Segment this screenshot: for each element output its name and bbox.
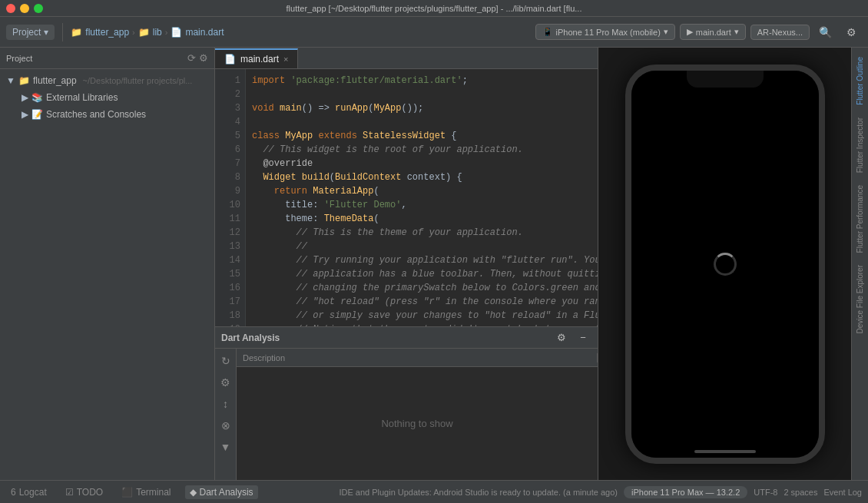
library-icon: 📚	[31, 92, 43, 103]
todo-icon: ☑	[65, 487, 74, 498]
warning-icon[interactable]: ▼	[217, 438, 235, 456]
filter-icon[interactable]: ⚙	[217, 373, 235, 392]
close-button[interactable]	[6, 4, 15, 13]
dart-analysis-close-button[interactable]: −	[575, 329, 591, 346]
run-config-label: main.dart	[696, 28, 731, 37]
dart-analysis-title: Dart Analysis	[221, 333, 280, 343]
todo-tab[interactable]: ☑ TODO	[61, 485, 108, 499]
breadcrumb-icon-folder2: 📁	[138, 27, 150, 38]
editor-tabs: 📄 main.dart ×	[215, 48, 598, 69]
play-icon: ▶	[687, 27, 693, 37]
ar-device-label: AR-Nexus...	[757, 28, 803, 37]
indent-label: 2 spaces	[784, 488, 817, 497]
right-tabs: Flutter Outline Flutter Inspector Flutte…	[851, 48, 868, 480]
bottom-info-bar: 6 Logcat ☑ TODO ⬛ Terminal ◆ Dart Analys…	[0, 480, 868, 503]
flutter-outline-tab[interactable]: Flutter Outline	[853, 51, 866, 111]
code-editor[interactable]: 1 2 3 4 5 6 7 8 9 10 11 12 13 14 15 16 1	[215, 69, 598, 326]
breadcrumb-icon-file: 📄	[171, 27, 182, 38]
empty-message: Nothing to show	[237, 367, 598, 480]
sidebar: Project ⟳ ⚙ ▼ 📁 flutter_app ~/Desktop/fl…	[0, 48, 215, 480]
status-right: IDE and Plugin Updates: Android Studio i…	[339, 486, 862, 498]
tab-close-icon[interactable]: ×	[283, 55, 288, 64]
dart-analysis-bottom-icon: ◆	[190, 487, 197, 498]
dart-analysis-sidebar: ↻ ⚙ ↕ ⊗ ▼	[215, 349, 237, 480]
phone-screen	[631, 71, 819, 458]
chevron-down-icon2: ▾	[664, 27, 668, 37]
expand-arrow-icon: ▼	[6, 75, 15, 86]
expand-arrow-icon3: ▶	[22, 109, 28, 120]
sidebar-header-icons: ⟳ ⚙	[187, 52, 208, 64]
toolbar-separator	[62, 23, 63, 41]
device-file-explorer-tab[interactable]: Device File Explorer	[853, 259, 866, 339]
loading-spinner	[714, 253, 737, 276]
status-message: IDE and Plugin Updates: Android Studio i…	[339, 488, 618, 497]
expand-arrow-icon2: ▶	[22, 92, 28, 103]
folder-icon: 📁	[18, 75, 30, 86]
settings-icon[interactable]: ⚙	[199, 52, 208, 64]
dart-analysis-bottom-tab[interactable]: ◆ Dart Analysis	[185, 485, 258, 499]
refresh-icon[interactable]: ↻	[217, 352, 235, 370]
dart-analysis-body: ↻ ⚙ ↕ ⊗ ▼ Description Nothing to show	[215, 349, 598, 480]
logcat-label: Logcat	[19, 487, 47, 498]
title-bar: flutter_app [~/Desktop/flutter projects/…	[0, 0, 868, 17]
chevron-down-icon3: ▾	[734, 27, 739, 37]
sidebar-header: Project ⟳ ⚙	[0, 48, 214, 69]
dart-analysis-options-button[interactable]: ⚙	[553, 329, 570, 346]
sort-icon[interactable]: ↕	[217, 395, 235, 413]
breadcrumb-flutter-app[interactable]: flutter_app	[85, 27, 129, 38]
logcat-tab[interactable]: 6 Logcat	[6, 485, 51, 499]
run-config[interactable]: ▶ main.dart ▾	[680, 24, 746, 40]
dart-file-icon: 📄	[224, 54, 236, 65]
phone-panel	[598, 48, 851, 480]
sync-icon[interactable]: ⟳	[187, 52, 196, 64]
dart-analysis-bottom-label: Dart Analysis	[200, 487, 253, 498]
terminal-tab[interactable]: ⬛ Terminal	[117, 485, 175, 499]
code-content[interactable]: import 'package:flutter/material.dart'; …	[246, 69, 598, 326]
sidebar-item-scratches-consoles[interactable]: ▶ 📝 Scratches and Consoles	[0, 106, 214, 123]
sidebar-title: Project	[6, 54, 32, 63]
terminal-icon: ⬛	[121, 487, 133, 498]
description-col-header: Description	[237, 353, 598, 362]
dart-analysis-main: Description Nothing to show	[237, 349, 598, 480]
terminal-label: Terminal	[136, 487, 171, 498]
chevron-down-icon: ▾	[44, 27, 48, 38]
logcat-icon: 6	[11, 487, 16, 498]
tab-main-dart[interactable]: 📄 main.dart ×	[215, 48, 298, 68]
project-menu[interactable]: Project ▾	[6, 25, 55, 40]
sidebar-item-flutter-app[interactable]: ▼ 📁 flutter_app ~/Desktop/flutter projec…	[0, 72, 214, 89]
toolbar-right: 📱 iPhone 11 Pro Max (mobile) ▾ ▶ main.da…	[535, 22, 863, 43]
phone-notch	[687, 71, 764, 88]
device-selector[interactable]: 📱 iPhone 11 Pro Max (mobile) ▾	[535, 24, 675, 40]
breadcrumb-lib[interactable]: lib	[153, 27, 162, 38]
toolbar: Project ▾ 📁 flutter_app › 📁 lib › 📄 main…	[0, 17, 868, 48]
maximize-button[interactable]	[34, 4, 43, 13]
flutter-inspector-tab[interactable]: Flutter Inspector	[853, 111, 866, 179]
sidebar-item-external-libraries[interactable]: ▶ 📚 External Libraries	[0, 89, 214, 106]
breadcrumb-main-dart[interactable]: main.dart	[185, 27, 224, 38]
ar-device-selector[interactable]: AR-Nexus...	[750, 25, 810, 40]
flutter-performance-tab[interactable]: Flutter Performance	[853, 179, 866, 259]
tab-label: main.dart	[240, 54, 279, 65]
window-controls	[6, 4, 43, 13]
scratch-icon: 📝	[31, 109, 43, 120]
line-numbers: 1 2 3 4 5 6 7 8 9 10 11 12 13 14 15 16 1	[215, 69, 246, 326]
settings-gear-icon[interactable]: ⚙	[840, 22, 862, 43]
window-title: flutter_app [~/Desktop/flutter projects/…	[287, 4, 582, 13]
todo-label: TODO	[77, 487, 103, 498]
device-badge: iPhone 11 Pro Max — 13.2.2	[624, 486, 747, 498]
device-selector-label: iPhone 11 Pro Max (mobile)	[556, 28, 661, 37]
sidebar-tree: ▼ 📁 flutter_app ~/Desktop/flutter projec…	[0, 69, 214, 480]
event-log-label: Event Log	[823, 488, 862, 497]
breadcrumb-icon-folder1: 📁	[71, 27, 82, 38]
table-header: Description	[237, 349, 598, 367]
error-icon[interactable]: ⊗	[217, 416, 235, 435]
bottom-panel: Dart Analysis ⚙ − ↻ ⚙ ↕ ⊗ ▼	[215, 326, 598, 480]
phone-icon: 📱	[542, 27, 553, 37]
breadcrumb: 📁 flutter_app › 📁 lib › 📄 main.dart	[71, 27, 224, 38]
encoding-label: UTF-8	[754, 488, 777, 497]
search-button[interactable]: 🔍	[814, 22, 836, 43]
project-menu-label: Project	[12, 27, 41, 38]
minimize-button[interactable]	[20, 4, 29, 13]
phone-home-bar	[694, 450, 756, 453]
phone-frame	[625, 65, 825, 464]
